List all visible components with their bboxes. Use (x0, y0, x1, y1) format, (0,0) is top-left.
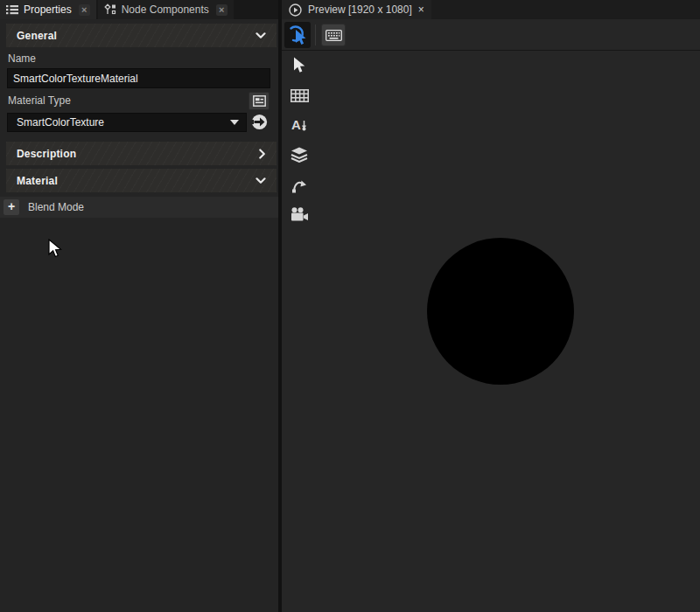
blend-mode-row: + Blend Mode (0, 197, 278, 218)
layers-icon (290, 147, 308, 163)
section-general[interactable]: General (6, 24, 276, 47)
tab-properties[interactable]: Properties × (0, 0, 96, 19)
grid-tool-button[interactable] (289, 87, 310, 104)
properties-panel: Properties × Node Components × General N… (0, 0, 278, 612)
tab-node-components-label: Node Components (122, 3, 209, 16)
cursor-arrow-icon (293, 57, 306, 74)
name-input[interactable] (7, 68, 270, 88)
add-blend-mode-button[interactable]: + (4, 199, 19, 215)
svg-text:A: A (291, 117, 301, 132)
curve-arrow-icon (291, 177, 308, 193)
preview-tabbar: Preview [1920 x 1080] × (282, 0, 700, 19)
camera-icon (290, 207, 309, 221)
preview-toolbar (282, 19, 700, 51)
keyboard-icon (326, 30, 342, 41)
revert-to-default-button[interactable] (250, 113, 269, 131)
material-type-dropdown[interactable]: SmartColorTexture (7, 113, 247, 132)
section-description[interactable]: Description (6, 142, 276, 165)
chevron-down-icon (256, 32, 266, 39)
name-label: Name (8, 52, 36, 65)
virtual-keyboard-button[interactable] (321, 24, 346, 46)
layers-tool-button[interactable] (289, 146, 310, 163)
section-general-label: General (17, 30, 57, 42)
interaction-cursor-icon (287, 24, 308, 46)
tab-properties-close-icon[interactable]: × (79, 4, 90, 16)
tab-properties-label: Properties (24, 3, 72, 16)
blend-mode-label: Blend Mode (28, 201, 84, 213)
toolbar-separator (315, 24, 316, 45)
connection-tool-button[interactable] (289, 176, 310, 193)
camera-tool-button[interactable] (289, 205, 310, 223)
preview-panel: Preview [1920 x 1080] × (282, 0, 700, 612)
table-grid-icon (290, 89, 309, 102)
section-description-label: Description (17, 148, 76, 160)
material-type-label: Material Type (8, 94, 71, 107)
mouse-cursor-icon (48, 239, 62, 259)
tab-preview-close-icon[interactable]: × (418, 3, 424, 16)
font-tool-icon: A (290, 117, 308, 133)
preview-side-toolbar: A (282, 51, 317, 612)
chevron-right-icon (259, 149, 266, 159)
dropdown-caret-icon (230, 120, 239, 125)
tab-node-components-close-icon[interactable]: × (216, 4, 228, 16)
section-material[interactable]: Material (6, 169, 276, 192)
list-icon (6, 4, 18, 15)
revert-arrow-icon (251, 114, 268, 130)
properties-tabbar: Properties × Node Components × (0, 0, 278, 19)
tab-preview-label: Preview [1920 x 1080] (308, 3, 412, 16)
material-type-value: SmartColorTexture (17, 116, 104, 129)
preview-viewport[interactable] (317, 51, 700, 612)
section-material-label: Material (17, 175, 58, 187)
form-editor-icon (253, 95, 266, 107)
tab-node-components[interactable]: Node Components × (98, 0, 234, 19)
tab-preview[interactable]: Preview [1920 x 1080] × (282, 0, 431, 19)
play-circle-icon (289, 3, 302, 17)
scene-black-circle (427, 238, 574, 385)
select-tool-button[interactable] (289, 57, 310, 74)
chevron-down-icon (256, 177, 266, 184)
material-type-editor-button[interactable] (248, 92, 270, 110)
text-tool-button[interactable]: A (289, 116, 310, 134)
interaction-mode-button[interactable] (284, 22, 311, 48)
node-components-icon (104, 3, 116, 16)
